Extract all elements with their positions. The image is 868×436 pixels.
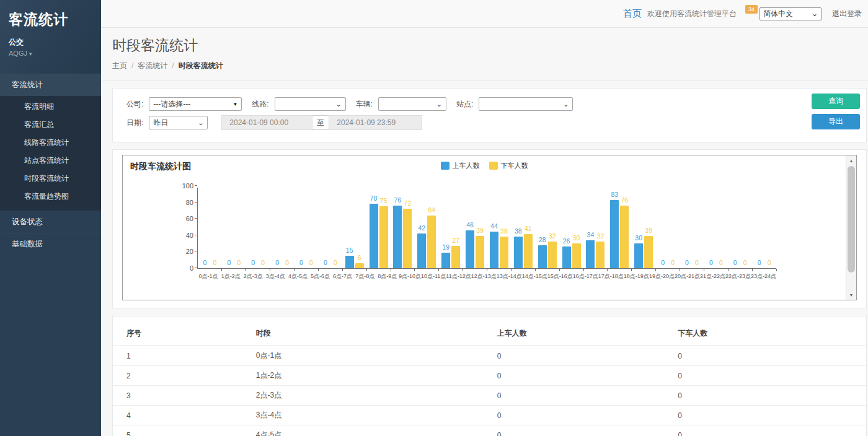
- bar-group: 2832: [535, 188, 559, 268]
- bar-value-label: 0: [671, 259, 675, 266]
- legend-label: 下车人数: [501, 161, 528, 170]
- welcome-text: 欢迎使用客流统计管理平台: [647, 9, 737, 19]
- bar-group: 00: [270, 188, 294, 268]
- bar-上车人数: 42: [417, 233, 426, 268]
- date-preset-select[interactable]: 昨日 ⌄: [149, 116, 208, 129]
- scroll-down-arrow-icon[interactable]: ▼: [846, 290, 856, 300]
- logout-link[interactable]: 退出登录: [832, 9, 862, 19]
- line-select[interactable]: ⌄: [275, 97, 346, 111]
- sidebar-item-passenger-detail[interactable]: 客流明细: [0, 98, 101, 116]
- bar-value-label: 0: [709, 259, 713, 266]
- bar-下车人数: 76: [620, 206, 629, 268]
- bar-value-label: 0: [719, 259, 723, 266]
- sidebar-item-base-data[interactable]: 基础数据: [0, 233, 101, 255]
- sidebar-item-period-passenger-stats[interactable]: 时段客流统计: [0, 170, 101, 188]
- bar-下车人数: 32: [596, 242, 604, 268]
- sidebar-item-device-status[interactable]: 设备状态: [0, 211, 101, 233]
- bar-group: 156: [342, 188, 366, 268]
- date-preset-value: 昨日: [153, 118, 168, 128]
- period-stats-table: 序号时段上车人数下车人数 10点-1点0021点-2点0032点-3点0043点…: [113, 324, 866, 436]
- data-table-panel: 序号时段上车人数下车人数 10点-1点0021点-2点0032点-3点0043点…: [112, 316, 867, 436]
- breadcrumb-item[interactable]: 主页: [112, 61, 127, 70]
- table-row: 21点-2点00: [113, 366, 866, 386]
- table-row: 10点-1点00: [113, 346, 866, 366]
- table-cell: 2点-3点: [256, 386, 497, 406]
- bar-value-label: 0: [743, 259, 747, 266]
- chart-panel: 时段车流统计图 上车人数下车人数 00000000000015678757672…: [112, 149, 867, 308]
- x-axis-label: 22点-23点: [725, 272, 751, 281]
- user-name: AQGJ: [9, 50, 27, 57]
- table-cell: 5: [113, 425, 256, 436]
- query-button[interactable]: 查询: [812, 94, 860, 109]
- date-from-input[interactable]: 2024-01-09 00:00: [221, 115, 312, 130]
- sidebar-item-passenger-summary[interactable]: 客流汇总: [0, 116, 101, 134]
- company-value: ---请选择---: [153, 99, 190, 110]
- scroll-up-arrow-icon[interactable]: ▲: [846, 155, 856, 165]
- bar-value-label: 0: [285, 259, 289, 266]
- bar-value-label: 15: [346, 246, 353, 254]
- table-row: 43点-4点00: [113, 406, 866, 425]
- date-range-to-label: 至: [312, 115, 329, 130]
- sidebar-item-line-passenger-stats[interactable]: 线路客流统计: [0, 134, 101, 152]
- language-select[interactable]: 简体中文 ⌄: [760, 7, 822, 20]
- bar-value-label: 0: [324, 259, 327, 266]
- sidebar-item-flow-trend-chart[interactable]: 客流量趋势图: [0, 188, 101, 206]
- x-axis-label: 14点-15点: [522, 272, 547, 281]
- legend-item-下车人数[interactable]: 下车人数: [489, 161, 528, 170]
- vehicle-select[interactable]: ⌄: [378, 97, 446, 111]
- user-menu[interactable]: AQGJ▾: [9, 50, 92, 57]
- main-column: 首页 欢迎使用客流统计管理平台 34 简体中文 ⌄ 退出登录 时段客流统计 主页…: [101, 0, 868, 436]
- scrollbar-thumb[interactable]: [848, 166, 855, 272]
- bar-value-label: 41: [525, 225, 532, 232]
- y-tick-label: 60: [186, 215, 193, 222]
- bar-group: 00: [680, 188, 704, 268]
- bar-上车人数: 78: [370, 204, 378, 268]
- table-cell: 0: [497, 425, 678, 436]
- legend-item-上车人数[interactable]: 上车人数: [441, 161, 480, 170]
- caret-down-icon: ▼: [232, 102, 237, 107]
- bar-value-label: 0: [309, 259, 313, 266]
- y-tick-mark: [195, 235, 197, 235]
- bar-value-label: 0: [661, 259, 665, 266]
- export-button[interactable]: 导出: [812, 114, 860, 129]
- bar-上车人数: 26: [562, 246, 571, 268]
- y-tick-label: 0: [190, 264, 193, 272]
- vehicle-label: 车辆:: [356, 99, 373, 110]
- home-link[interactable]: 首页: [623, 8, 642, 20]
- company-select[interactable]: ---请选择--- ▼: [149, 97, 242, 111]
- station-select[interactable]: ⌄: [479, 97, 573, 111]
- bar-上车人数: 46: [466, 230, 474, 268]
- bar-下车人数: 75: [379, 206, 388, 268]
- x-axis-label: 10点-11点: [421, 272, 446, 281]
- table-cell: 1点-2点: [256, 366, 497, 386]
- table-cell: 0: [497, 406, 678, 425]
- sidebar-item-passenger-stats[interactable]: 客流统计: [0, 74, 101, 96]
- table-header-cell: 下车人数: [678, 324, 866, 346]
- app-brand: 客流统计: [9, 10, 92, 29]
- bar-value-label: 78: [370, 194, 378, 202]
- y-tick-label: 100: [182, 182, 193, 190]
- bar-value-label: 34: [587, 231, 595, 238]
- x-axis-label: 21点-22点: [700, 272, 725, 281]
- x-axis-label: 0点-1点: [197, 272, 219, 281]
- breadcrumb-item[interactable]: 客流统计: [138, 61, 167, 70]
- table-cell: 0: [678, 425, 866, 436]
- x-axis-label: 13点-14点: [497, 272, 522, 281]
- table-row: 54点-5点00: [113, 425, 866, 436]
- x-axis-label: 15点-16点: [547, 272, 573, 281]
- bar-group: 00: [246, 188, 270, 268]
- filter-row-1: 公司: ---请选择--- ▼ 线路: ⌄ 车辆: ⌄ 站点:: [126, 97, 807, 111]
- x-axis-label: 12点-13点: [471, 272, 497, 281]
- sidebar-header: 客流统计 公交 AQGJ▾: [0, 0, 101, 74]
- sidebar-item-station-passenger-stats[interactable]: 站点客流统计: [0, 152, 101, 170]
- bar-下车人数: 32: [548, 242, 557, 268]
- bar-value-label: 0: [299, 259, 303, 266]
- bar-下车人数: 30: [572, 243, 581, 268]
- table-cell: 0点-1点: [256, 346, 497, 366]
- bar-上车人数: 44: [490, 232, 498, 268]
- y-tick-mark: [195, 268, 197, 268]
- date-to-input[interactable]: 2024-01-09 23:59: [329, 115, 422, 130]
- table-cell: 0: [678, 346, 866, 366]
- table-cell: 3: [113, 386, 256, 406]
- x-axis-label: 19点-20点: [649, 272, 675, 281]
